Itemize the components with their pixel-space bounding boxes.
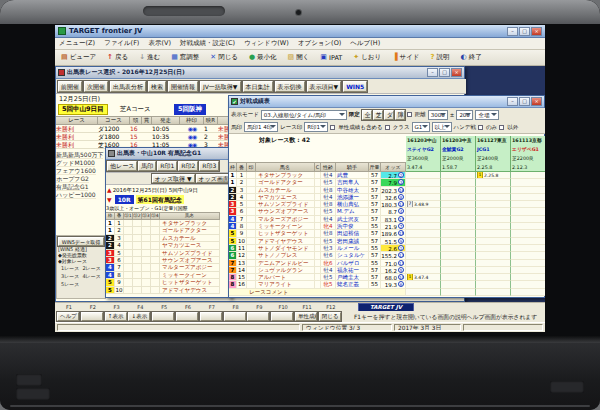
horse-name-cell[interactable]: ヒットザターゲット [256,230,315,237]
mark-cell[interactable] [247,252,256,259]
meeting-hanshin-label[interactable]: 5回阪神 [174,104,206,115]
race-card-button-1[interactable]: 他レース [107,161,137,171]
maximize-button[interactable]: □ [519,27,530,36]
odds-get-button[interactable]: オッズ取得 ▼ [152,174,195,183]
versus-table-row[interactable]: 713デニムアンドルビー牝6バルザロ5571.011 [229,260,545,267]
mark-cell[interactable] [151,257,160,264]
jockey-cell[interactable]: 蛯名正義 [336,281,369,288]
rs-toolbar-button-7[interactable]: 本日集計 [243,81,273,92]
jockey-cell[interactable]: 池添謙一 [336,194,369,201]
toolbar-button-2[interactable]: ↑戻る [104,51,131,64]
mark-cell[interactable] [151,235,160,242]
mark-cell[interactable] [124,264,133,271]
rs-toolbar-button-6[interactable]: JV一括取得▼ [200,81,241,92]
mark-cell[interactable] [247,172,256,179]
mark-cell[interactable] [151,264,160,271]
mark-cell[interactable] [247,208,256,215]
mark-cell[interactable] [247,201,256,208]
toolbar-button-12[interactable]: ◐終了 [458,51,485,64]
mark-cell[interactable] [133,287,142,294]
horse-name-cell[interactable]: アドマイヤデウス [160,287,220,294]
mark-cell[interactable] [247,216,256,223]
race-list-item[interactable]: 新馬 [68,151,80,159]
win5-race-item[interactable]: 2レース [79,265,100,271]
horse-name-cell[interactable]: デニムアンドルビー [256,260,315,267]
jockey-cell[interactable]: 福永祐一 [336,267,369,274]
limit-option-4[interactable]: 障 [395,110,405,120]
mark-cell[interactable] [133,264,142,271]
horse-name-cell[interactable]: シュヴァルグラン [256,267,315,274]
win5-race-item[interactable]: 3レース [58,273,79,279]
rs-toolbar-button-3[interactable]: 出馬表分析 [110,81,146,92]
fkey-button-f4[interactable]: ↓表示 [128,312,150,321]
mark-cell[interactable] [124,242,133,249]
versus-table-row[interactable]: 24ヤマカツエース牡4池添謙一5732.68 [229,194,545,201]
odds-screen-button[interactable]: オッズ画面 [196,174,232,183]
horse-row[interactable]: 12ゴールドアクター [106,227,220,234]
horse-row[interactable]: 59ヒットザターゲット [106,279,220,286]
mark-cell[interactable] [133,257,142,264]
handicap-except-checkbox[interactable] [499,125,504,130]
fkey-button-f6[interactable] [176,312,198,321]
race-list-item[interactable]: 500万下 [80,151,103,159]
app-titlebar[interactable]: TARGET frontier JV –□× [55,25,545,38]
mark-cell[interactable] [151,227,160,234]
past-race-column-header[interactable]: 161113京都エリザベG1芝2200良2.12.3 [511,136,545,172]
horse-row[interactable]: 11キタサンブラック [106,220,220,227]
toolbar-button-8[interactable]: ▣IPAT [317,52,345,64]
win5-button[interactable]: WIN5 [343,81,367,92]
mark-cell[interactable] [142,257,151,264]
horse-row[interactable]: 23ムスカテール [106,235,220,242]
fkey-button-f10[interactable] [271,312,293,321]
fkey-button-f1[interactable]: ヘルプ [57,312,79,321]
mark-cell[interactable] [133,235,142,242]
mark-cell[interactable] [151,250,160,257]
meeting-nakayama-label[interactable]: 5回中山9日目 [58,104,108,115]
menu-item[interactable]: 対戦成績・設定(C) [180,39,235,48]
menu-item[interactable]: ファイル(F) [104,39,139,48]
down-arrow-icon[interactable]: ▼ [107,196,112,203]
horse-row[interactable]: 35サムソンズプライド [106,250,220,257]
horse-name-cell[interactable]: キタサンブラック [256,172,315,179]
jockey-cell[interactable]: ルメール [336,245,369,252]
horse-mark-select[interactable]: 馬印1 4印 [244,122,278,132]
menu-item[interactable]: メニュー(Z) [59,39,95,48]
limit-option-1[interactable]: 全 [362,110,372,120]
versus-table-row[interactable]: 714シュヴァルグラン牡4福永祐一5716.25 [229,267,545,274]
versus-table-row[interactable]: 12ゴールドアクター牡5吉田隼人577.93 [229,179,545,186]
up-arrow-icon[interactable]: ▲ [107,186,112,193]
mark-cell[interactable] [124,250,133,257]
win5-data-button[interactable]: WIN5データ取得 [58,237,104,246]
rs-toolbar-button-9[interactable]: 表示項目▼ [307,81,342,92]
horse-name-cell[interactable]: ミッキークイーン [160,272,220,279]
race-list-item[interactable]: 新馬 [56,151,68,159]
rs-toolbar-button-2[interactable]: 次開催 [84,81,108,92]
race-list-item[interactable]: グッドM1000 [56,159,95,167]
toolbar-button-9[interactable]: ✦しおり [350,51,384,64]
versus-table-row[interactable]: 815アルバート牡5戸崎圭太5768.01013.47.4 [229,274,545,281]
mark-cell[interactable] [247,194,256,201]
fkey-button-f9[interactable] [247,312,269,321]
race-comment-row[interactable]: レースコメント [229,289,545,296]
race-card-button-5[interactable]: R印3 [199,161,219,171]
menu-item[interactable]: オプション(O) [298,39,341,48]
win5-race-item[interactable]: 4レース [79,273,100,279]
class-above-select[interactable]: 以上 [432,122,452,132]
past-race-column-header[interactable]: 161203中山ステイヤG2芝3600良3.47.4 [406,136,441,172]
fkey-button-f7[interactable] [200,312,222,321]
past-race-column-header[interactable]: 161203中京金鯱賞G2芝2000良1.58.7 [441,136,476,172]
mark-cell[interactable] [247,267,256,274]
mark-cell[interactable] [133,272,142,279]
mark-cell[interactable] [142,250,151,257]
toolbar-button-11[interactable]: ?説明 [428,51,453,64]
horse-name-cell[interactable]: ヤマカツエース [256,194,315,201]
horse-name-cell[interactable]: キタサンブラック [160,220,220,227]
horse-name-cell[interactable]: ミッキークイーン [256,223,315,230]
horse-name-cell[interactable]: ゴールドアクター [256,179,315,186]
fkey-button-f2[interactable] [81,312,103,321]
jockey-cell[interactable]: バルザロ [336,260,369,267]
versus-results-titlebar[interactable]: ✔ 対戦成績表 –□× [229,96,544,108]
race-card-popup-window[interactable]: 出馬表・中山10R 有馬記念G1 他レース馬印R印1R印2R印3 オッズ取得 ▼… [105,147,232,298]
versus-table-row[interactable]: 611サトノダイヤモンド牡3ルメール552.61 [229,245,545,252]
toolbar-button-7[interactable]: ▨開く [285,51,313,64]
